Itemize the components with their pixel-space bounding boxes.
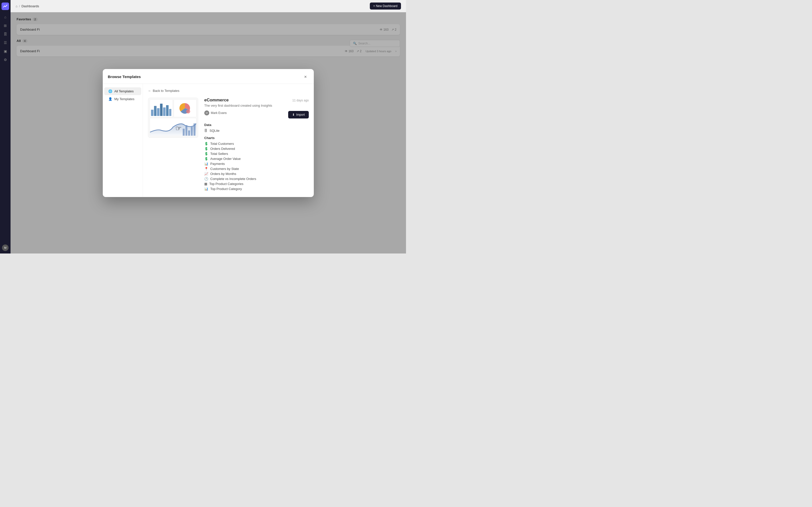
chart-item-total-sellers: 💲 Total Sellers [204, 152, 309, 156]
chart-item-top-product-category: 📊 Top Product Category [204, 187, 309, 191]
sidebar-item-list[interactable]: ☰ [2, 39, 9, 46]
chart-label-9: Top Product Categories [209, 182, 244, 186]
modal-close-button[interactable]: ✕ [302, 73, 309, 80]
author-avatar: M [204, 110, 209, 115]
sidebar-item-dashboards[interactable]: ⊞ [2, 22, 9, 29]
svg-rect-5 [191, 127, 193, 136]
chart-item-top-product-categories: ▦ Top Product Categories [204, 182, 309, 186]
preview-line-chart [150, 118, 197, 136]
dollar-icon-4: 💲 [204, 157, 208, 161]
import-icon: ⬇ [292, 113, 295, 116]
chart-label-3: Total Sellers [210, 152, 228, 156]
user-avatar[interactable]: M [2, 244, 8, 251]
template-author: M Mark Evans [204, 110, 226, 115]
page-body: Favorites 2 Dashboard Fi 👁 163 ↗ 2 [10, 12, 406, 253]
author-name: Mark Evans [211, 111, 226, 115]
chart-label-8: Complete vs Incomplete Orders [210, 177, 256, 181]
chart-item-orders-delivered: 💲 Orders Delivered [204, 147, 309, 151]
table-icon: ▦ [204, 182, 207, 186]
dollar-icon-3: 💲 [204, 152, 208, 156]
modal-body: 🌐 All Templates 👤 My Templates [103, 84, 314, 197]
chart-label-5: Payments [210, 162, 225, 166]
template-preview [148, 98, 198, 138]
template-age: 11 days ago [293, 99, 309, 102]
chart-item-total-customers: 💲 Total Customers [204, 142, 309, 146]
main-content: ⌂ / Dashboards + New Dashboard Favorites… [10, 0, 406, 253]
topbar: ⌂ / Dashboards + New Dashboard [10, 0, 406, 12]
map-icon: 📍 [204, 167, 208, 171]
template-description: The very first dashboard created using I… [204, 104, 309, 107]
template-detail: eCommerce 11 days ago The very first das… [148, 98, 309, 192]
svg-rect-6 [194, 123, 196, 136]
modal-sidebar-item-all-templates[interactable]: 🌐 All Templates [104, 87, 141, 95]
chart-label-10: Top Product Category [210, 187, 242, 191]
template-name: eCommerce [204, 98, 229, 103]
sidebar: ⌂ ⊞ 🗄 ☰ ▣ ⚙ M [0, 0, 10, 253]
chart-label-7: Orders by Months [210, 172, 236, 176]
database-icon: 🗄 [204, 129, 207, 132]
app-logo[interactable] [1, 2, 9, 10]
back-label: Back to Templates [153, 89, 180, 93]
sidebar-item-data[interactable]: 🗄 [2, 31, 9, 38]
breadcrumb-current: Dashboards [21, 4, 39, 8]
modal-overlay[interactable]: Browse Templates ✕ 🌐 All Templates [10, 12, 406, 253]
breadcrumb: ⌂ / Dashboards [15, 4, 39, 8]
import-label: Import [296, 113, 305, 116]
all-templates-label: All Templates [114, 89, 134, 93]
dollar-icon-2: 💲 [204, 147, 208, 151]
svg-rect-2 [183, 129, 185, 136]
svg-rect-4 [188, 130, 190, 136]
globe-icon: 🌐 [108, 89, 112, 93]
back-arrow-icon: ← [148, 89, 151, 93]
data-sqlite-item: 🗄 SQLite [204, 129, 309, 132]
breadcrumb-separator: / [19, 4, 20, 8]
preview-pie-chart [173, 99, 197, 117]
preview-bar-chart [150, 99, 173, 117]
pie-chart-icon: 🕐 [204, 177, 208, 181]
modal-sidebar-item-my-templates[interactable]: 👤 My Templates [104, 95, 141, 103]
my-templates-label: My Templates [114, 97, 135, 101]
chart-item-payments: 📊 Payments [204, 162, 309, 166]
dollar-icon-1: 💲 [204, 142, 208, 146]
modal-content-area: ← Back to Templates [143, 84, 314, 197]
new-dashboard-button[interactable]: + New Dashboard [370, 2, 401, 9]
modal-sidebar: 🌐 All Templates 👤 My Templates [103, 84, 143, 197]
chart-item-complete-vs-incomplete: 🕐 Complete vs Incomplete Orders [204, 177, 309, 181]
svg-rect-3 [186, 125, 188, 136]
browse-templates-modal: Browse Templates ✕ 🌐 All Templates [103, 69, 314, 197]
sidebar-item-home[interactable]: ⌂ [2, 13, 9, 20]
charts-section-label: Charts [204, 136, 309, 140]
chart-item-average-order-value: 💲 Average Order Value [204, 157, 309, 161]
app-container: ⌂ ⊞ 🗄 ☰ ▣ ⚙ M ⌂ / Dashboards + New Dashb… [0, 0, 406, 253]
template-info: eCommerce 11 days ago The very first das… [204, 98, 309, 192]
sidebar-item-settings[interactable]: ⚙ [2, 56, 9, 63]
line-chart-icon: 📈 [204, 172, 208, 176]
back-to-templates-link[interactable]: ← Back to Templates [148, 89, 309, 93]
chart-label-2: Orders Delivered [210, 147, 235, 151]
template-name-row: eCommerce 11 days ago [204, 98, 309, 103]
bar-chart-icon-1: 📊 [204, 162, 208, 166]
bar-chart-icon-2: 📊 [204, 187, 208, 191]
user-icon: 👤 [108, 97, 112, 101]
modal-header: Browse Templates ✕ [103, 69, 314, 84]
sidebar-item-layout[interactable]: ▣ [2, 48, 9, 55]
chart-label-1: Total Customers [210, 142, 234, 146]
chart-item-customers-by-state: 📍 Customers by State [204, 167, 309, 171]
data-section-label: Data [204, 123, 309, 127]
modal-title: Browse Templates [108, 74, 141, 79]
data-item-label: SQLite [209, 129, 219, 132]
chart-label-4: Average Order Value [210, 157, 241, 161]
import-button[interactable]: ⬇ Import [288, 111, 309, 118]
chart-label-6: Customers by State [210, 167, 239, 171]
chart-item-orders-by-months: 📈 Orders by Months [204, 172, 309, 176]
breadcrumb-home-icon[interactable]: ⌂ [15, 4, 17, 8]
svg-point-1 [186, 109, 190, 113]
